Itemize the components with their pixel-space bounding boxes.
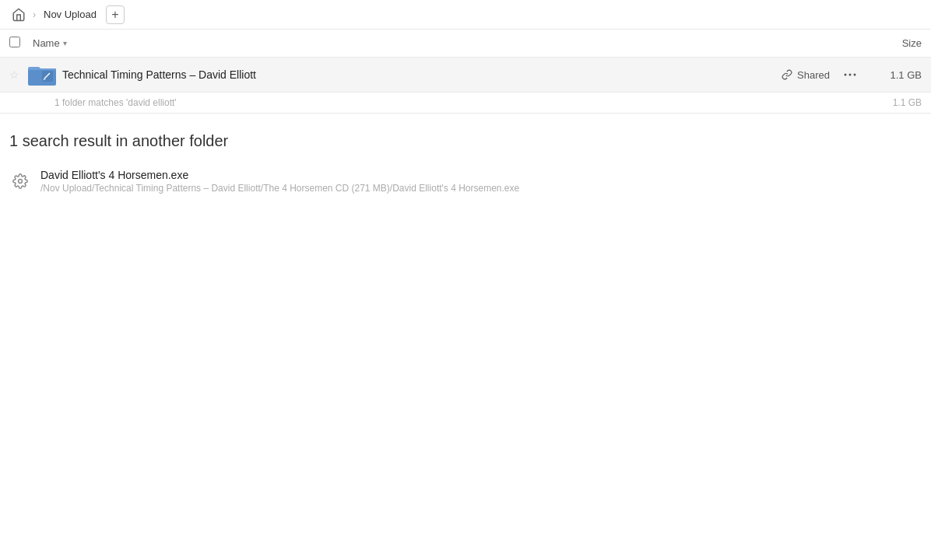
section-heading: 1 search result in another folder xyxy=(0,114,931,163)
breadcrumb-separator: › xyxy=(33,9,36,20)
size-column-header: Size xyxy=(859,37,922,49)
folder-row[interactable]: ☆ Technical Timing Patterns – David Elli… xyxy=(0,58,931,93)
breadcrumb-bar: › Nov Upload + xyxy=(0,0,931,30)
more-options-button[interactable] xyxy=(839,64,861,86)
file-result-row[interactable]: David Elliott's 4 Horsemen.exe /Nov Uplo… xyxy=(0,163,931,200)
home-icon[interactable] xyxy=(9,5,28,24)
file-info: David Elliott's 4 Horsemen.exe /Nov Uplo… xyxy=(40,169,922,194)
breadcrumb-add-button[interactable]: + xyxy=(106,5,125,24)
folder-name: Technical Timing Patterns – David Elliot… xyxy=(62,68,782,81)
link-icon xyxy=(782,69,792,80)
name-column-header[interactable]: Name ▾ xyxy=(33,37,859,49)
folder-icon xyxy=(28,62,56,87)
svg-point-7 xyxy=(19,180,23,184)
shared-badge: Shared xyxy=(782,69,830,81)
svg-point-5 xyxy=(849,74,852,76)
select-all-checkbox[interactable] xyxy=(9,37,33,50)
breadcrumb-item-nov-upload[interactable]: Nov Upload xyxy=(40,7,100,22)
match-info-size: 1.1 GB xyxy=(893,97,922,108)
file-gear-icon xyxy=(9,170,31,192)
svg-point-6 xyxy=(854,74,856,76)
file-path: /Nov Upload/Technical Timing Patterns – … xyxy=(40,183,922,194)
name-sort-arrow: ▾ xyxy=(63,39,67,47)
select-all-input[interactable] xyxy=(9,37,20,47)
match-info-row: 1 folder matches 'david elliott' 1.1 GB xyxy=(0,93,931,114)
column-header-row: Name ▾ Size xyxy=(0,30,931,58)
folder-size: 1.1 GB xyxy=(867,69,922,81)
star-icon[interactable]: ☆ xyxy=(9,68,28,81)
svg-point-4 xyxy=(845,74,847,76)
match-info-text: 1 folder matches 'david elliott' xyxy=(54,97,177,108)
file-name: David Elliott's 4 Horsemen.exe xyxy=(40,169,922,181)
